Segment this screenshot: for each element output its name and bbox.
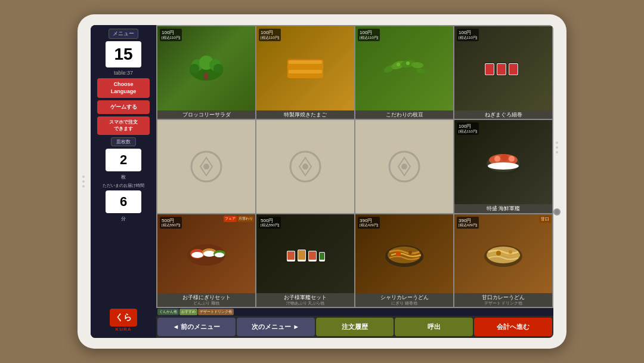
menu-item-empty-2[interactable] bbox=[256, 120, 354, 213]
kura-logo-sub: KURA bbox=[115, 327, 131, 332]
svg-point-68 bbox=[509, 250, 512, 254]
svg-rect-54 bbox=[298, 250, 305, 260]
kura-logo-icon-2 bbox=[287, 149, 323, 184]
menu-item-price-broccoli: 100円 [税込110円] bbox=[160, 29, 182, 41]
menu-item-sweet-curry[interactable]: 甘口 390円 [税込429円] 甘口カレーうどん デザート ドリンク他 bbox=[454, 214, 552, 307]
svg-rect-22 bbox=[485, 64, 494, 75]
menu-item-name-negimag: ねぎまぐろ細巻 bbox=[454, 110, 552, 119]
menu-item-tamagoyaki[interactable]: 100円 [税込110円] 特製厚焼きたまご bbox=[256, 26, 354, 119]
menu-item-name-edamame: こだわりの枝豆 bbox=[355, 110, 453, 119]
fair-tag: フェア bbox=[224, 216, 237, 222]
gunkan-set-img bbox=[281, 237, 329, 270]
menu-item-gunkan-set[interactable]: 500円 [税込550円] お子様軍艦セット 汁物あぶり 天ぷら他 bbox=[256, 214, 354, 307]
menu-item-curry-udon[interactable]: 390円 [税込429円] シャリカレーうどん にぎり 細巻他 bbox=[355, 214, 453, 307]
prev-menu-button[interactable]: ◄ 前のメニュー bbox=[157, 318, 236, 336]
kura-logo: くら KURA bbox=[110, 309, 137, 334]
menu-item-kaisen[interactable]: 100円 [税込110円] 特盛 海鮮軍艦 bbox=[454, 120, 552, 213]
game-button[interactable]: ゲームする bbox=[97, 100, 150, 114]
menu-item-name-nigiri: お子様にぎりセット どんぶり 麺他 bbox=[157, 293, 255, 307]
svg-point-63 bbox=[396, 251, 401, 256]
svg-rect-60 bbox=[320, 253, 324, 260]
delivery-label: ただいまのお届け時間 bbox=[103, 183, 144, 188]
menu-item-nigiri-set[interactable]: 500円 [税込550円] フェア 月替わり お子様にぎりセット どんぶり 麺他 bbox=[157, 214, 255, 307]
plates-count: 2 bbox=[106, 149, 141, 171]
svg-point-41 bbox=[488, 162, 519, 170]
menu-item-empty-3[interactable] bbox=[355, 120, 453, 213]
svg-rect-9 bbox=[289, 65, 322, 69]
svg-point-39 bbox=[501, 154, 508, 161]
menu-item-name-kaisen: 特盛 海鮮軍艦 bbox=[454, 204, 552, 213]
menu-item-price-kaisen: 100円 [税込110円] bbox=[457, 122, 479, 135]
lock-hole bbox=[553, 208, 561, 216]
menu-item-edamame[interactable]: 100円 [税込110円] こだわりの枝豆 bbox=[355, 26, 453, 119]
menu-item-broccoli-salad[interactable]: 100円 [税込110円] ブロッコリーサラダ bbox=[157, 26, 255, 119]
cat-tag-recommend[interactable]: おすすめ bbox=[179, 309, 197, 315]
plates-label: 皿枚数 bbox=[111, 137, 136, 146]
svg-rect-57 bbox=[309, 251, 316, 260]
svg-point-44 bbox=[191, 252, 203, 258]
svg-rect-10 bbox=[289, 70, 322, 73]
svg-rect-28 bbox=[509, 64, 518, 75]
plates-unit: 枚 bbox=[121, 174, 126, 180]
sweet-curry-img bbox=[479, 237, 527, 270]
svg-rect-25 bbox=[497, 64, 506, 75]
delivery-time: 6 bbox=[106, 190, 141, 213]
time-unit: 分 bbox=[121, 216, 126, 222]
menu-item-negimag[interactable]: 100円 [税込110円] ねぎまぐろ細巻 bbox=[454, 26, 552, 119]
kura-logo-icon-3 bbox=[386, 149, 422, 184]
cat-tag-dessert[interactable]: デザートドリンク他 bbox=[198, 309, 234, 315]
tablet-screen: メニュー 15 table:37 Choose Language ゲームする ス… bbox=[91, 25, 553, 338]
broccoli-img bbox=[185, 52, 227, 85]
next-menu-button[interactable]: 次のメニュー ► bbox=[237, 318, 315, 336]
svg-point-67 bbox=[496, 251, 501, 256]
phone-order-button[interactable]: スマホで注文 できます bbox=[97, 116, 150, 135]
choose-language-button[interactable]: Choose Language bbox=[97, 78, 150, 98]
menu-item-price-negimag: 100円 [税込110円] bbox=[457, 29, 479, 41]
curry-udon-img bbox=[380, 237, 428, 270]
svg-point-30 bbox=[203, 164, 209, 170]
svg-point-34 bbox=[401, 164, 407, 170]
menu-item-name-gunkan: お子様軍艦セット 汁物あぶり 天ぷら他 bbox=[256, 293, 354, 307]
svg-point-32 bbox=[302, 164, 308, 170]
svg-point-5 bbox=[213, 64, 223, 73]
svg-rect-8 bbox=[289, 60, 322, 64]
cat-tag-gunkan[interactable]: ぐんかん他 bbox=[157, 309, 179, 315]
svg-point-18 bbox=[397, 63, 400, 66]
svg-rect-11 bbox=[289, 75, 322, 77]
kura-logo-icon-1 bbox=[188, 149, 224, 184]
checkout-button[interactable]: 会計へ進む bbox=[474, 318, 552, 336]
table-number: 15 bbox=[106, 41, 141, 67]
kaisen-img bbox=[479, 146, 527, 179]
svg-point-38 bbox=[494, 156, 500, 162]
menu-item-price-tamagoyaki: 100円 [税込110円] bbox=[259, 29, 281, 41]
table-id: table:37 bbox=[114, 70, 133, 76]
svg-point-48 bbox=[215, 253, 224, 257]
kura-logo-text: くら bbox=[110, 309, 137, 327]
menu-item-name-sweet-curry: 甘口カレーうどん デザート ドリンク他 bbox=[454, 293, 552, 307]
side-speaker-left bbox=[82, 176, 85, 187]
tablet-device: メニュー 15 table:37 Choose Language ゲームする ス… bbox=[78, 14, 566, 349]
monthly-tag: 月替わり bbox=[237, 216, 254, 222]
svg-rect-51 bbox=[287, 251, 295, 260]
negimag-img bbox=[479, 52, 527, 85]
svg-point-17 bbox=[416, 67, 426, 75]
svg-point-64 bbox=[408, 251, 412, 254]
menu-item-name-curry: シャリカレーうどん にぎり 細巻他 bbox=[355, 293, 453, 307]
bottom-navigation: ◄ 前のメニュー 次のメニュー ► 注文履歴 呼出 会計へ進む bbox=[156, 316, 553, 338]
menu-item-price-edamame: 100円 [税込110円] bbox=[358, 29, 380, 41]
side-speaker-right bbox=[556, 141, 558, 153]
order-history-button[interactable]: 注文履歴 bbox=[316, 318, 394, 336]
menu-item-price-sweet-curry: 390円 [税込429円] bbox=[457, 217, 479, 229]
svg-point-19 bbox=[406, 61, 410, 65]
menu-item-price-gunkan: 500円 [税込550円] bbox=[259, 217, 281, 229]
svg-point-40 bbox=[509, 156, 515, 162]
category-row: ぐんかん他 おすすめ デザートドリンク他 bbox=[156, 308, 553, 316]
menu-item-name-tamagoyaki: 特製厚焼きたまご bbox=[256, 110, 354, 119]
menu-item-name-broccoli: ブロッコリーサラダ bbox=[157, 110, 255, 119]
call-button[interactable]: 呼出 bbox=[395, 318, 473, 336]
menu-item-empty-1[interactable] bbox=[157, 120, 255, 213]
tamagoyaki-img bbox=[281, 52, 329, 85]
main-content: 100円 [税込110円] ブロッコリーサラダ bbox=[156, 25, 553, 338]
menu-label: メニュー bbox=[109, 29, 138, 39]
edamame-img bbox=[380, 52, 428, 85]
